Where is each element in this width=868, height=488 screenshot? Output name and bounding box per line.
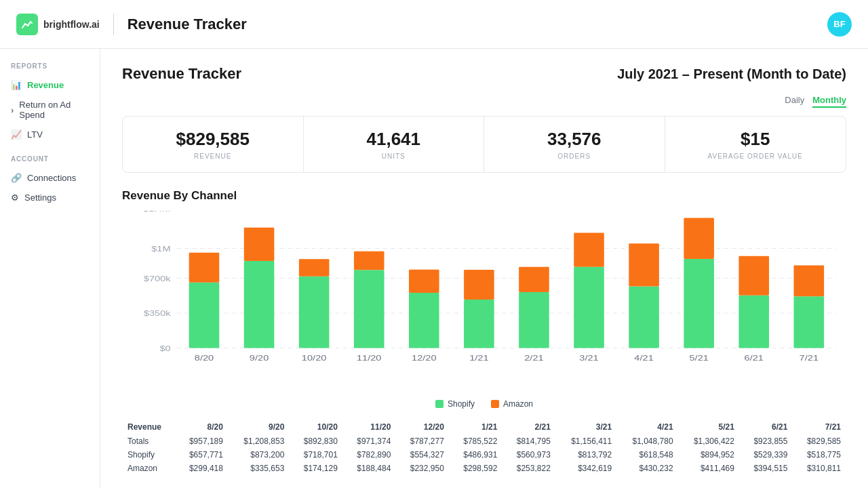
svg-rect-16 <box>299 277 330 348</box>
cell-1-1: $873,200 <box>229 448 290 462</box>
sidebar-item-settings[interactable]: ⚙ Settings <box>0 188 100 207</box>
main-content: Revenue Tracker July 2021 – Present (Mon… <box>100 49 868 488</box>
svg-text:$1.4M: $1.4M <box>143 211 171 213</box>
toggle-row: Daily Monthly <box>122 94 846 108</box>
header-divider <box>113 14 114 35</box>
cell-1-8: $618,548 <box>617 448 678 462</box>
sidebar-item-ltv-label: LTV <box>27 129 43 140</box>
svg-rect-40 <box>738 296 769 348</box>
sidebar-item-roas[interactable]: › Return on Ad Spend <box>0 95 100 125</box>
cell-0-4: $787,277 <box>396 434 450 448</box>
svg-text:12/20: 12/20 <box>412 354 437 362</box>
table-row: Totals$957,189$1,208,853$892,830$971,374… <box>122 434 846 448</box>
cell-1-6: $560,973 <box>502 448 556 462</box>
col-header-8: 3/21 <box>556 420 617 434</box>
cell-0-0: $957,189 <box>175 434 229 448</box>
svg-rect-22 <box>409 293 439 348</box>
cell-0-5: $785,522 <box>450 434 503 448</box>
svg-rect-28 <box>519 292 549 348</box>
cell-1-5: $486,931 <box>450 448 503 462</box>
stat-aov: $15 AVERAGE ORDER VALUE <box>665 117 846 172</box>
stat-orders-value: 33,576 <box>498 129 651 150</box>
sidebar-item-ltv[interactable]: 📈 LTV <box>0 125 100 144</box>
roas-chevron-icon: › <box>11 105 14 115</box>
cell-0-9: $1,306,422 <box>679 434 740 448</box>
cell-0-10: $923,855 <box>740 434 793 448</box>
revenue-table: Revenue8/209/2010/2011/2012/201/212/213/… <box>122 420 846 475</box>
shopify-legend-dot <box>435 400 443 408</box>
revenue-chart: $0$350k$700k$1M$1.4M8/209/2010/2011/2012… <box>122 211 846 394</box>
col-header-0: Revenue <box>122 420 175 434</box>
svg-rect-11 <box>189 253 220 283</box>
cell-0-2: $892,830 <box>290 434 343 448</box>
cell-0-6: $814,795 <box>502 434 556 448</box>
sidebar-item-revenue-label: Revenue <box>27 80 64 90</box>
amazon-legend-label: Amazon <box>503 399 533 409</box>
cell-1-2: $718,701 <box>290 448 343 462</box>
svg-rect-10 <box>189 283 220 348</box>
cell-2-0: $299,418 <box>175 462 229 475</box>
daily-toggle[interactable]: Daily <box>785 94 804 108</box>
cell-1-10: $529,339 <box>740 448 793 462</box>
logo-text: brightflow.ai <box>43 19 100 30</box>
svg-rect-41 <box>738 256 769 296</box>
svg-text:8/20: 8/20 <box>195 354 214 362</box>
svg-rect-38 <box>684 218 714 259</box>
table-row: Amazon$299,418$335,653$174,129$188,484$2… <box>122 462 846 475</box>
col-header-2: 9/20 <box>229 420 290 434</box>
cell-0-7: $1,156,411 <box>556 434 617 448</box>
stat-revenue-value: $829,585 <box>136 129 290 150</box>
stat-aov-value: $15 <box>679 129 833 150</box>
legend-shopify: Shopify <box>435 399 475 409</box>
row-label-2: Amazon <box>122 462 175 475</box>
cell-1-0: $657,771 <box>175 448 229 462</box>
svg-rect-13 <box>244 261 275 348</box>
svg-text:2/21: 2/21 <box>524 354 543 362</box>
stat-units-value: 41,641 <box>317 129 471 150</box>
sidebar-item-connections[interactable]: 🔗 Connections <box>0 168 100 188</box>
reports-section-label: REPORTS <box>0 62 100 75</box>
cell-0-11: $829,585 <box>793 434 846 448</box>
cell-2-11: $310,811 <box>793 462 846 475</box>
cell-2-8: $430,232 <box>617 462 678 475</box>
svg-text:$350k: $350k <box>144 310 172 317</box>
row-label-0: Totals <box>122 434 175 448</box>
chart-container: $0$350k$700k$1M$1.4M8/209/2010/2011/2012… <box>122 211 846 394</box>
svg-rect-26 <box>464 270 494 300</box>
svg-text:$700k: $700k <box>144 275 172 283</box>
logo: brightflow.ai <box>16 14 100 35</box>
col-header-10: 5/21 <box>679 420 740 434</box>
svg-rect-44 <box>794 266 825 297</box>
sidebar-item-connections-label: Connections <box>27 173 76 183</box>
svg-text:11/20: 11/20 <box>357 354 382 362</box>
cell-1-3: $782,890 <box>343 448 397 462</box>
connections-icon: 🔗 <box>11 173 22 183</box>
table-body: Totals$957,189$1,208,853$892,830$971,374… <box>122 434 846 475</box>
monthly-toggle[interactable]: Monthly <box>812 94 846 108</box>
chart-title: Revenue By Channel <box>122 189 846 203</box>
col-header-11: 6/21 <box>740 420 793 434</box>
sidebar-item-revenue[interactable]: 📊 Revenue <box>0 75 100 95</box>
date-range: July 2021 – Present (Month to Date) <box>617 66 846 82</box>
svg-text:9/20: 9/20 <box>250 354 269 362</box>
cell-0-3: $971,374 <box>343 434 397 448</box>
svg-text:4/21: 4/21 <box>634 354 653 362</box>
stat-revenue: $829,585 REVENUE <box>123 117 304 172</box>
stat-revenue-label: REVENUE <box>136 152 290 160</box>
sidebar-item-roas-label: Return on Ad Spend <box>19 100 89 120</box>
stat-units: 41,641 UNITS <box>304 117 485 172</box>
col-header-6: 1/21 <box>450 420 503 434</box>
svg-text:7/21: 7/21 <box>800 354 818 362</box>
avatar: BF <box>827 12 852 37</box>
cell-0-8: $1,048,780 <box>617 434 678 448</box>
svg-rect-43 <box>794 296 825 348</box>
cell-2-9: $411,469 <box>679 462 740 475</box>
svg-text:3/21: 3/21 <box>579 354 598 362</box>
cell-2-6: $253,822 <box>502 462 556 475</box>
svg-rect-34 <box>629 287 659 348</box>
svg-rect-23 <box>409 270 439 293</box>
svg-rect-35 <box>629 243 659 286</box>
legend-amazon: Amazon <box>491 399 533 409</box>
svg-rect-25 <box>464 300 494 348</box>
body: REPORTS 📊 Revenue › Return on Ad Spend 📈… <box>0 49 868 488</box>
